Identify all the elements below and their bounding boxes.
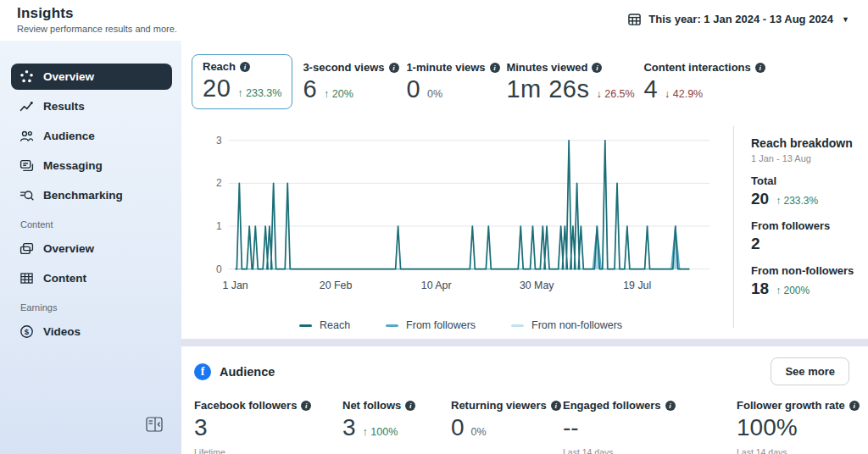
metric-delta: ↑ 100% [363, 426, 398, 438]
sidebar-nav: OverviewResultsAudienceMessagingBenchmar… [11, 64, 172, 345]
breakdown-row-value: 2 [751, 235, 760, 253]
chat-icon [19, 158, 34, 173]
breakdown-row-label: From non-followers [751, 264, 865, 277]
sidebar-item-label: Content [43, 272, 86, 285]
info-icon[interactable]: i [405, 401, 415, 411]
sidebar-item-content[interactable]: Content [11, 265, 172, 291]
info-icon[interactable]: i [240, 62, 250, 72]
date-range-selector[interactable]: This year: 1 Jan 2024 - 13 Aug 2024 ▼ [627, 12, 849, 26]
metric-card-1-minute-views[interactable]: 1-minute viewsi00% [404, 54, 504, 108]
series-from-followers [236, 226, 690, 269]
metric-value: 0 [406, 75, 420, 103]
metric-delta: ↑ 233.3% [776, 195, 818, 207]
reach-chart: 01231 Jan20 Feb10 Apr30 May19 Jul ReachF… [181, 116, 730, 331]
svg-text:1 Jan: 1 Jan [222, 280, 248, 291]
page-subtitle: Review performance results and more. [17, 24, 177, 34]
benchmark-icon [19, 188, 34, 202]
sidebar-item-audience[interactable]: Audience [11, 123, 172, 149]
metric-delta: ↓ 42.9% [665, 88, 703, 100]
info-icon[interactable]: i [755, 63, 765, 73]
metric-card-content-interactions[interactable]: Content interactionsi4↓ 42.9% [642, 54, 811, 108]
section-separator [181, 339, 868, 346]
metric-value: 4 [643, 75, 658, 103]
sidebar-item-results[interactable]: Results [11, 93, 172, 119]
metric-value: 20 [203, 75, 231, 102]
metric-card-minutes-viewed[interactable]: Minutes viewedi1m 26s↓ 26.5% [504, 54, 642, 108]
audience-metric-facebook-followers: Facebook followersi3Lifetime [194, 399, 342, 454]
audience-metric-net-follows: Net followsi3↑ 100% [342, 399, 451, 454]
grid-icon [19, 271, 34, 285]
audience-header: f Audience See more [194, 357, 849, 385]
info-icon[interactable]: i [849, 401, 860, 411]
metric-delta: 0% [427, 88, 442, 100]
audience-card: f Audience See more Facebook followersi3… [181, 346, 868, 454]
info-icon[interactable]: i [551, 401, 561, 411]
top-bar: Insights Review performance results and … [0, 0, 868, 41]
metric-delta: ↑ 233.3% [237, 87, 281, 99]
sidebar-item-label: Results [43, 100, 85, 113]
sidebar-item-label: Messaging [43, 159, 103, 172]
chart-legend: ReachFrom followersFrom non-followers [192, 319, 730, 331]
dollar-icon: $ [19, 324, 34, 339]
metric-card-reach[interactable]: Reachi20↑ 233.3% [192, 54, 292, 109]
legend-label: From followers [406, 319, 476, 331]
metric-value: 3 [342, 414, 356, 441]
people-icon [19, 129, 34, 143]
metric-delta: ↑ 200% [776, 285, 810, 296]
page-heading: Insights Review performance results and … [17, 5, 177, 34]
audience-metric-engaged-followers: Engaged followersi--Last 14 days [563, 399, 737, 454]
svg-text:10 Apr: 10 Apr [421, 280, 452, 291]
metric-card-3-second-views[interactable]: 3-second viewsi6↑ 20% [301, 54, 404, 108]
metric-label: Content interactions [643, 61, 750, 74]
metric-caption: Last 14 days [737, 447, 860, 454]
metric-label: Facebook followers [194, 399, 297, 412]
reach-line-chart: 01231 Jan20 Feb10 Apr30 May19 Jul [192, 116, 730, 314]
page-title: Insights [17, 5, 177, 22]
sidebar-item-benchmarking[interactable]: Benchmarking [11, 182, 172, 208]
main-panel: Reachi20↑ 233.3%3-second viewsi6↑ 20%1-m… [181, 41, 868, 454]
sidebar-item-overview[interactable]: Overview [11, 235, 172, 262]
metric-value: 6 [303, 75, 317, 103]
legend-item-from-non-followers: From non-followers [511, 319, 622, 331]
metric-value: 100% [737, 414, 798, 441]
sidebar-item-overview[interactable]: Overview [11, 64, 172, 90]
metric-delta: ↓ 26.5% [597, 88, 635, 100]
metric-label: 3-second views [303, 61, 384, 74]
info-icon[interactable]: i [490, 63, 500, 73]
collapse-sidebar-icon[interactable] [146, 417, 163, 432]
date-range-label: This year: 1 Jan 2024 - 13 Aug 2024 [648, 13, 833, 25]
calendar-icon [627, 12, 642, 26]
sidebar-item-label: Benchmarking [43, 189, 123, 202]
metric-delta: ↑ 20% [324, 88, 353, 100]
breakdown-row-value: 20 [751, 190, 769, 208]
media-icon [19, 241, 34, 256]
svg-text:20 Feb: 20 Feb [320, 280, 353, 291]
sidebar: OverviewResultsAudienceMessagingBenchmar… [0, 41, 181, 454]
audience-metric-returning-viewers: Returning viewersi00% [451, 399, 563, 454]
breakdown-row-label: From followers [751, 219, 865, 232]
legend-item-from-followers: From followers [386, 319, 476, 331]
info-icon[interactable]: i [301, 401, 311, 411]
series-from-non-followers [236, 141, 690, 269]
legend-item-reach: Reach [299, 319, 350, 331]
metric-delta: 0% [471, 426, 487, 438]
svg-text:30 May: 30 May [520, 280, 554, 291]
legend-swatch [386, 324, 398, 327]
info-icon[interactable]: i [389, 63, 399, 73]
metric-value: 3 [194, 414, 208, 441]
chevron-down-icon: ▼ [842, 15, 849, 24]
audience-metrics-row: Facebook followersi3LifetimeNet followsi… [194, 399, 849, 454]
metric-label: Engaged followers [563, 399, 661, 412]
sidebar-item-messaging[interactable]: Messaging [11, 152, 172, 179]
sidebar-section-label: Content [20, 219, 172, 230]
insights-page: Insights Review performance results and … [0, 0, 868, 454]
info-icon[interactable]: i [665, 401, 676, 411]
metric-caption: Lifetime [194, 447, 342, 454]
info-icon[interactable]: i [592, 63, 602, 73]
see-more-button[interactable]: See more [771, 357, 849, 385]
metric-label: 1-minute views [406, 61, 485, 74]
sidebar-section-label: Earnings [20, 302, 172, 313]
sidebar-item-videos[interactable]: $Videos [11, 318, 172, 345]
breakdown-row-label: Total [751, 174, 865, 187]
svg-text:0: 0 [216, 263, 222, 275]
